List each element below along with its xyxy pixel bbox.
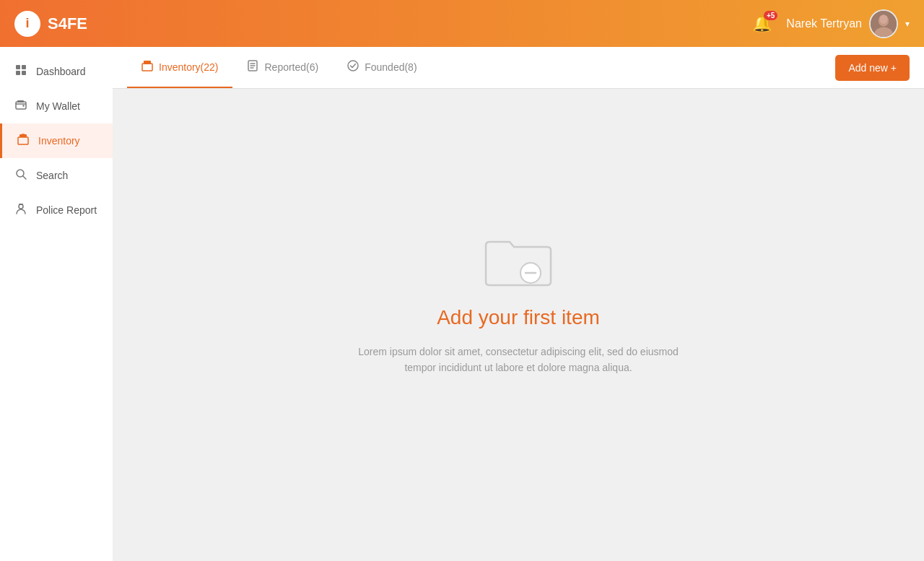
svg-rect-17 <box>142 64 152 71</box>
svg-rect-6 <box>16 71 20 75</box>
police-icon <box>14 203 27 217</box>
tab-founded[interactable]: Founded(8) <box>333 47 431 88</box>
svg-rect-8 <box>16 102 26 109</box>
tab-reported[interactable]: Reported(6) <box>232 47 333 88</box>
sidebar-label-police-report: Police Report <box>36 204 97 216</box>
empty-state-title: Add your first item <box>437 306 600 329</box>
sidebar-label-inventory: Inventory <box>38 135 80 147</box>
svg-rect-5 <box>22 65 26 69</box>
tab-bar: Inventory(22) Reported(6) <box>113 47 924 89</box>
empty-state: Add your first item Lorem ipsum dolor si… <box>113 89 924 561</box>
grid-icon <box>14 64 27 79</box>
user-name: Narek Tertryan <box>786 17 862 30</box>
svg-rect-9 <box>17 100 24 103</box>
empty-state-description: Lorem ipsum dolor sit amet, consectetur … <box>345 344 692 376</box>
svg-rect-7 <box>22 71 26 75</box>
svg-point-10 <box>22 105 24 106</box>
sidebar-label-search: Search <box>36 170 68 181</box>
app-logo: i S4FE <box>14 11 87 37</box>
wallet-icon <box>14 99 27 113</box>
inventory-icon <box>17 134 30 148</box>
sidebar-item-search[interactable]: Search <box>0 158 113 193</box>
chevron-down-icon: ▾ <box>905 19 910 29</box>
empty-folder-icon <box>482 231 554 292</box>
svg-rect-11 <box>18 137 28 144</box>
header-right: 🔔 +5 Narek Tertryan ▾ <box>752 9 910 38</box>
tab-reported-label: Reported(6) <box>264 61 318 73</box>
sidebar-label-dashboard: Dashboard <box>36 66 86 77</box>
tab-inventory-label: Inventory(22) <box>159 61 218 73</box>
logo-icon: i <box>14 11 40 37</box>
reported-tab-icon <box>247 60 258 74</box>
app-name: S4FE <box>48 14 87 33</box>
sidebar-item-dashboard[interactable]: Dashboard <box>0 54 113 89</box>
content-area: Inventory(22) Reported(6) <box>113 47 924 561</box>
main-layout: Dashboard My Wallet Invento <box>0 47 924 561</box>
add-new-button[interactable]: Add new + <box>835 55 910 81</box>
sidebar-item-police-report[interactable]: Police Report <box>0 193 113 227</box>
tab-inventory[interactable]: Inventory(22) <box>127 47 232 88</box>
svg-rect-4 <box>16 65 20 69</box>
tabs: Inventory(22) Reported(6) <box>127 47 432 88</box>
header: i S4FE 🔔 +5 Narek Tertryan ▾ <box>0 0 924 47</box>
notification-badge: +5 <box>764 11 777 20</box>
svg-rect-18 <box>144 61 151 64</box>
founded-tab-icon <box>347 60 359 74</box>
tab-founded-label: Founded(8) <box>365 61 417 73</box>
avatar-image <box>871 11 897 37</box>
svg-point-23 <box>348 61 358 71</box>
inventory-tab-icon <box>141 60 153 74</box>
svg-rect-12 <box>19 134 27 137</box>
svg-line-14 <box>23 176 26 179</box>
search-icon <box>14 168 27 183</box>
svg-rect-16 <box>19 204 23 205</box>
notification-button[interactable]: 🔔 +5 <box>752 14 772 33</box>
user-menu[interactable]: Narek Tertryan ▾ <box>786 9 910 38</box>
sidebar-item-inventory[interactable]: Inventory <box>0 123 113 158</box>
sidebar: Dashboard My Wallet Invento <box>0 47 113 561</box>
sidebar-item-wallet[interactable]: My Wallet <box>0 89 113 123</box>
sidebar-label-wallet: My Wallet <box>36 100 80 112</box>
svg-point-3 <box>880 14 888 24</box>
avatar <box>869 9 898 38</box>
